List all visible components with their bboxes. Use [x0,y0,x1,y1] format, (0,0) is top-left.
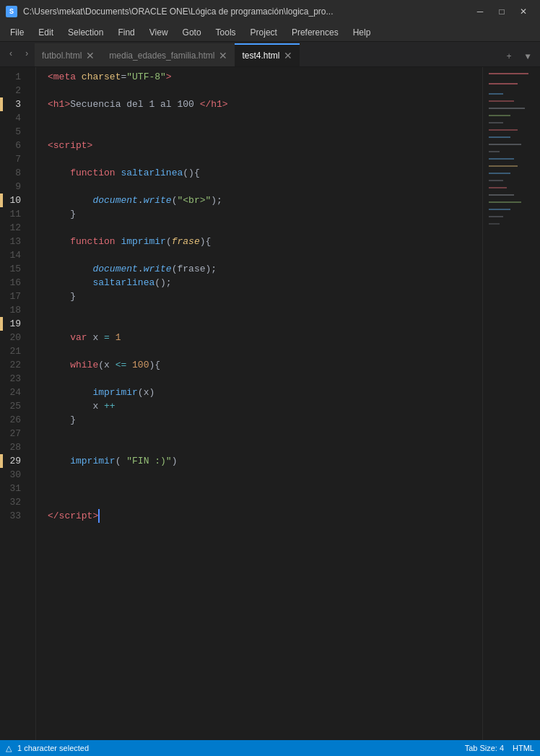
svg-rect-3 [489,100,514,102]
title-path: C:\Users\mekat\Documents\ORACLE ONE\Lógi… [23,6,463,17]
status-left: △ 1 character selected [6,744,89,753]
line-num-11: 11 [0,207,27,221]
svg-rect-2 [489,93,503,95]
code-line-17: } [48,290,482,303]
line-num-9: 9 [0,180,27,194]
tab-futbol-label: futbol.html [42,51,82,61]
line-num-22: 22 [0,358,27,372]
tab-test4[interactable]: test4.html ✕ [235,43,300,66]
line-numbers: 1 2 3 4 5 6 7 8 9 10 11 12 13 14 15 16 1… [0,67,36,740]
line-num-4: 4 [0,111,27,125]
line-num-2: 2 [0,84,27,97]
line-num-29: 29 [0,454,27,468]
svg-rect-20 [489,223,500,225]
line-num-13: 13 [0,235,27,248]
code-line-25: x ++ [48,399,482,413]
tab-bar: ‹ › futbol.html ✕ media_edades_familia.h… [0,42,540,67]
code-line-28 [48,440,482,454]
tab-media-edades-close[interactable]: ✕ [219,51,227,61]
tab-test4-close[interactable]: ✕ [284,51,292,61]
tab-futbol-close[interactable]: ✕ [86,51,95,61]
code-line-11: } [48,207,482,221]
code-line-22: while(x <= 100){ [48,358,482,372]
menu-selection[interactable]: Selection [61,26,110,39]
menu-preferences[interactable]: Preferences [284,26,346,39]
code-line-13: function imprimir(frase){ [48,235,482,248]
line-num-3: 3 [0,97,27,111]
code-line-27 [48,427,482,440]
close-button[interactable]: ✕ [513,0,534,23]
code-line-6: <script> [48,139,482,152]
svg-rect-5 [489,115,510,116]
code-line-1: <meta charset="UTF-8"> [48,70,482,84]
menu-view[interactable]: View [142,26,175,39]
line-num-33: 33 [0,509,27,523]
title-bar: S C:\Users\mekat\Documents\ORACLE ONE\Ló… [0,0,540,23]
tab-next-button[interactable]: › [19,41,35,66]
line-num-10: 10 [0,194,27,207]
app-icon: S [6,6,17,17]
svg-rect-13 [489,173,510,174]
line-num-5: 5 [0,125,27,139]
git-icon: △ [6,744,12,753]
code-line-7 [48,152,482,166]
code-line-10: document.write("<br>"); [48,194,482,207]
svg-rect-19 [489,216,503,217]
new-tab-button[interactable]: + [500,48,518,66]
menu-tools[interactable]: Tools [209,26,243,39]
tab-media-edades-label: media_edades_familia.html [109,51,214,61]
svg-rect-1 [489,83,518,84]
tab-media-edades[interactable]: media_edades_familia.html ✕ [102,43,235,66]
svg-rect-6 [489,122,503,123]
language-mode[interactable]: HTML [513,744,534,752]
menu-find[interactable]: Find [110,26,141,39]
line-num-32: 32 [0,495,27,509]
menu-edit[interactable]: Edit [31,26,61,39]
code-line-26: } [48,413,482,427]
line-num-28: 28 [0,440,27,454]
line-num-7: 7 [0,152,27,166]
line-num-20: 20 [0,331,27,344]
tab-size[interactable]: Tab Size: 4 [465,744,504,752]
svg-rect-9 [489,144,521,145]
line-num-8: 8 [0,166,27,180]
menu-goto[interactable]: Goto [175,26,209,39]
line-num-25: 25 [0,399,27,413]
code-line-2 [48,84,482,97]
tab-menu-button[interactable]: ▼ [518,48,537,66]
svg-rect-7 [489,129,518,131]
line-num-31: 31 [0,482,27,495]
code-line-15: document.write(frase); [48,262,482,276]
code-editor[interactable]: <meta charset="UTF-8"> <h1>Secuencia del… [36,67,482,740]
svg-rect-15 [489,187,507,188]
line-num-24: 24 [0,386,27,399]
code-line-4 [48,111,482,125]
code-line-3: <h1>Secuencia del 1 al 100 </h1> [48,97,482,111]
code-line-19 [48,317,482,331]
svg-rect-10 [489,151,500,152]
code-line-14 [48,248,482,262]
tab-test4-label: test4.html [242,51,279,61]
tab-actions: + ▼ [500,48,537,66]
tab-futbol[interactable]: futbol.html ✕ [35,43,102,66]
svg-rect-12 [489,165,518,167]
line-num-27: 27 [0,427,27,440]
svg-rect-8 [489,136,510,138]
git-status[interactable]: △ [6,744,12,753]
menu-help[interactable]: Help [346,26,378,39]
code-line-12 [48,221,482,235]
menu-file[interactable]: File [3,26,31,39]
line-num-15: 15 [0,262,27,276]
code-line-21 [48,344,482,358]
status-bar: △ 1 character selected Tab Size: 4 HTML [0,740,540,756]
minimize-button[interactable]: ─ [469,0,491,23]
code-line-32 [48,495,482,509]
line-num-18: 18 [0,303,27,317]
minimap [482,67,540,740]
tab-prev-button[interactable]: ‹ [3,41,19,66]
code-line-9 [48,180,482,194]
line-num-21: 21 [0,344,27,358]
menu-bar: File Edit Selection Find View Goto Tools… [0,23,540,42]
maximize-button[interactable]: □ [491,0,513,23]
menu-project[interactable]: Project [243,26,284,39]
